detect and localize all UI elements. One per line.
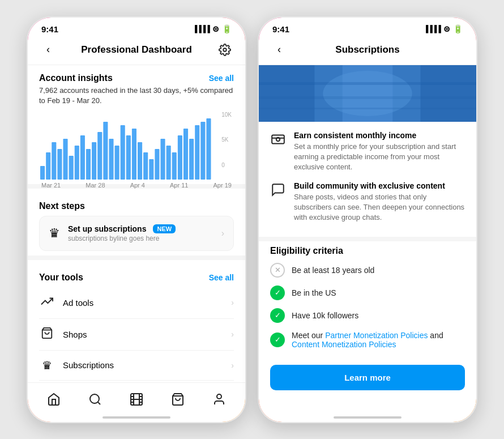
svg-rect-49 bbox=[259, 96, 476, 99]
svg-rect-3 bbox=[52, 142, 56, 180]
content-policies-link[interactable]: Content Monetization Policies bbox=[292, 340, 396, 349]
sub-status-time: 9:41 bbox=[272, 24, 289, 34]
partner-policies-link[interactable]: Partner Monetization Policies bbox=[325, 331, 428, 340]
subscriptions-card[interactable]: ♛ Set up subscriptions NEW subscriptions… bbox=[39, 216, 234, 251]
svg-rect-7 bbox=[75, 146, 79, 180]
home-indicator bbox=[102, 416, 170, 419]
nav-search[interactable] bbox=[83, 390, 108, 408]
income-desc: Set a monthly price for your subscriptio… bbox=[294, 142, 465, 173]
page-title: Professional Dashboard bbox=[81, 44, 192, 56]
ad-tools-icon bbox=[39, 295, 55, 310]
svg-rect-12 bbox=[103, 122, 108, 180]
svg-rect-16 bbox=[126, 135, 131, 180]
learn-more-button[interactable]: Learn more bbox=[270, 365, 465, 390]
y-label-0: 0 bbox=[221, 162, 232, 168]
svg-rect-48 bbox=[259, 82, 476, 85]
learn-more-section: Learn more If you've recently met all cr… bbox=[259, 357, 476, 390]
sub-main-scroll: Earn consistent monthly income Set a mon… bbox=[259, 65, 476, 390]
svg-rect-4 bbox=[57, 149, 62, 180]
svg-rect-20 bbox=[149, 159, 153, 180]
ad-tools-chevron-icon: › bbox=[231, 298, 234, 307]
settings-button[interactable] bbox=[216, 41, 234, 59]
svg-rect-23 bbox=[166, 146, 171, 180]
svg-rect-30 bbox=[206, 118, 211, 180]
svg-rect-2 bbox=[46, 152, 50, 180]
phone-subscriptions: 9:41 ▐▐▐▐ ⊜ 🔋 ‹ Subscriptions bbox=[257, 16, 478, 424]
signal-icon: ▐▐▐▐ bbox=[193, 25, 210, 33]
svg-rect-19 bbox=[143, 152, 148, 180]
svg-rect-25 bbox=[178, 135, 182, 180]
tools-header: Your tools See all bbox=[39, 272, 234, 283]
community-content: Build community with exclusive content S… bbox=[294, 181, 465, 223]
sub-home-indicator bbox=[334, 416, 402, 419]
criteria-us-icon: ✓ bbox=[270, 285, 285, 300]
tool-shops[interactable]: Shops › bbox=[39, 319, 234, 351]
sub-nav-bar: ‹ Subscriptions bbox=[259, 36, 476, 65]
svg-line-33 bbox=[98, 402, 100, 404]
back-button[interactable]: ‹ bbox=[39, 41, 57, 59]
svg-point-0 bbox=[223, 48, 227, 52]
svg-rect-27 bbox=[189, 139, 194, 180]
feature-community: Build community with exclusive content S… bbox=[259, 181, 476, 232]
x-label-mar21: Mar 21 bbox=[41, 182, 61, 189]
sub-signal-icon: ▐▐▐▐ bbox=[424, 25, 441, 33]
svg-rect-51 bbox=[272, 135, 284, 143]
svg-rect-22 bbox=[160, 139, 165, 180]
svg-rect-5 bbox=[63, 139, 67, 180]
x-label-apr19: Apr 19 bbox=[213, 182, 232, 189]
next-steps-section: Next steps ♛ Set up subscriptions NEW su… bbox=[28, 193, 245, 251]
tool-ad-tools[interactable]: Ad tools › bbox=[39, 287, 234, 319]
tool-subscriptions[interactable]: ♛ Subscriptions › bbox=[39, 351, 234, 381]
account-insights-section: Account insights See all 7,962 accounts … bbox=[28, 65, 245, 180]
subscriptions-card-text: Set up subscriptions NEW subscriptions b… bbox=[68, 224, 213, 242]
svg-rect-8 bbox=[80, 135, 85, 180]
x-label-mar28: Mar 28 bbox=[86, 182, 105, 189]
feature-income: Earn consistent monthly income Set a mon… bbox=[259, 131, 476, 182]
nav-reels[interactable] bbox=[124, 390, 149, 408]
svg-rect-26 bbox=[183, 129, 188, 180]
criteria-us-text: Be in the US bbox=[292, 288, 336, 297]
tools-see-all[interactable]: See all bbox=[209, 273, 234, 282]
criteria-followers-icon: ✓ bbox=[270, 308, 285, 323]
svg-rect-13 bbox=[109, 139, 113, 180]
tool-shops-label: Shops bbox=[63, 330, 223, 339]
phone-dashboard: 9:41 ▐▐▐▐ ⊜ 🔋 ‹ Professional Dashboard A… bbox=[26, 16, 247, 424]
status-time: 9:41 bbox=[41, 24, 58, 34]
y-axis-labels: 10K 5K 0 bbox=[221, 112, 232, 168]
crown-icon: ♛ bbox=[49, 226, 60, 241]
sub-back-button[interactable]: ‹ bbox=[270, 41, 288, 59]
income-icon bbox=[270, 132, 286, 150]
nav-home[interactable] bbox=[41, 390, 66, 408]
eligibility-title: Eligibility criteria bbox=[270, 246, 465, 256]
community-desc: Share posts, videos and stories that onl… bbox=[294, 192, 465, 223]
wifi-icon: ⊜ bbox=[212, 24, 219, 33]
criteria-us: ✓ Be in the US bbox=[270, 285, 465, 300]
insights-see-all[interactable]: See all bbox=[209, 74, 234, 83]
income-content: Earn consistent monthly income Set a mon… bbox=[294, 131, 465, 173]
svg-point-43 bbox=[217, 394, 221, 399]
x-axis-labels: Mar 21 Mar 28 Apr 4 Apr 11 Apr 19 bbox=[39, 182, 234, 189]
y-label-10k: 10K bbox=[221, 112, 232, 118]
sub-wifi-icon: ⊜ bbox=[443, 24, 450, 33]
svg-rect-29 bbox=[200, 122, 205, 180]
criteria-followers-text: Have 10k followers bbox=[292, 311, 358, 320]
svg-rect-15 bbox=[121, 125, 125, 180]
tool-subscriptions-label: Subscriptions bbox=[63, 360, 223, 370]
eligibility-section: Eligibility criteria ✕ Be at least 18 ye… bbox=[259, 246, 476, 349]
divider2 bbox=[28, 255, 245, 260]
bar-chart bbox=[39, 112, 234, 180]
tool-ad-tools-label: Ad tools bbox=[63, 298, 223, 308]
status-icons: ▐▐▐▐ ⊜ 🔋 bbox=[193, 24, 232, 33]
svg-rect-18 bbox=[138, 142, 142, 180]
sub-status-bar: 9:41 ▐▐▐▐ ⊜ 🔋 bbox=[259, 18, 476, 36]
new-badge: NEW bbox=[153, 224, 176, 233]
next-steps-header: Next steps bbox=[39, 201, 234, 211]
svg-rect-14 bbox=[115, 146, 119, 180]
sub-divider bbox=[259, 237, 476, 241]
svg-rect-28 bbox=[195, 125, 199, 180]
sub-status-icons: ▐▐▐▐ ⊜ 🔋 bbox=[424, 24, 463, 33]
nav-profile[interactable] bbox=[207, 390, 232, 408]
criteria-age-text: Be at least 18 years old bbox=[292, 266, 374, 275]
next-steps-title: Next steps bbox=[39, 201, 85, 211]
nav-shop[interactable] bbox=[165, 390, 190, 408]
